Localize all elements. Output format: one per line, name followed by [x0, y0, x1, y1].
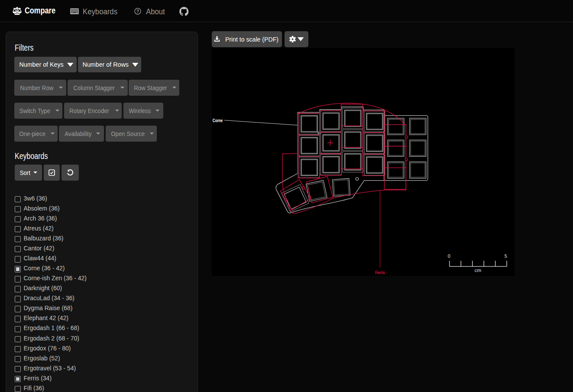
svg-text:Corne: Corne — [212, 118, 223, 123]
svg-text:0: 0 — [447, 253, 450, 259]
svg-text:cm: cm — [474, 267, 481, 272]
svg-text:Ferris: Ferris — [375, 270, 385, 275]
svg-text:5: 5 — [504, 253, 507, 259]
svg-text:?: ? — [136, 9, 139, 14]
